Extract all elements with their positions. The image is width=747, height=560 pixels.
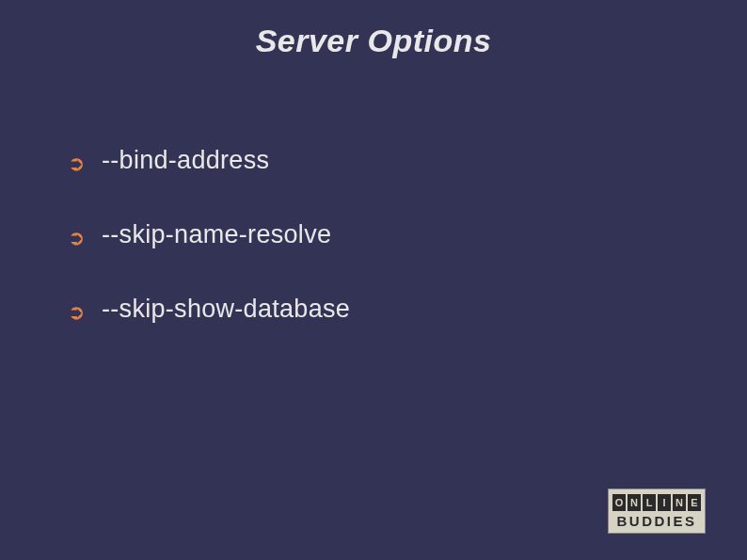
logo-letter: N: [628, 494, 641, 511]
slide-title: Server Options: [0, 0, 747, 59]
list-item-text: --skip-name-resolve: [102, 220, 331, 249]
list-item-text: --skip-show-database: [102, 295, 350, 324]
logo-top-row: O N L I N E: [612, 494, 701, 511]
logo-letter: I: [658, 494, 671, 511]
logo-letter: O: [612, 494, 626, 511]
logo-bottom-text: BUDDIES: [616, 513, 696, 529]
bullet-icon: ➲: [68, 228, 85, 248]
slide-content: ➲ --bind-address ➲ --skip-name-resolve ➲…: [0, 59, 747, 324]
logo-online-buddies: O N L I N E BUDDIES: [608, 488, 706, 534]
list-item: ➲ --skip-name-resolve: [68, 220, 747, 249]
list-item: ➲ --skip-show-database: [68, 295, 747, 324]
list-item: ➲ --bind-address: [68, 146, 747, 175]
list-item-text: --bind-address: [102, 146, 269, 175]
logo-letter: E: [688, 494, 701, 511]
bullet-icon: ➲: [68, 302, 85, 323]
logo-letter: N: [673, 494, 686, 511]
bullet-icon: ➲: [68, 153, 85, 174]
slide: Server Options ➲ --bind-address ➲ --skip…: [0, 0, 747, 560]
logo-letter: L: [643, 494, 656, 511]
